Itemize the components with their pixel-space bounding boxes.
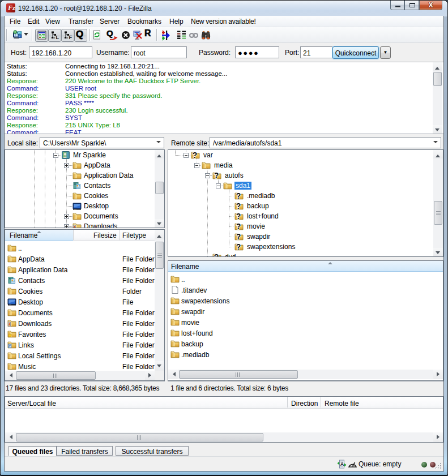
svg-text:A: A [340, 461, 344, 467]
svg-text:L: L [56, 35, 59, 40]
svg-text:F: F [69, 35, 72, 40]
